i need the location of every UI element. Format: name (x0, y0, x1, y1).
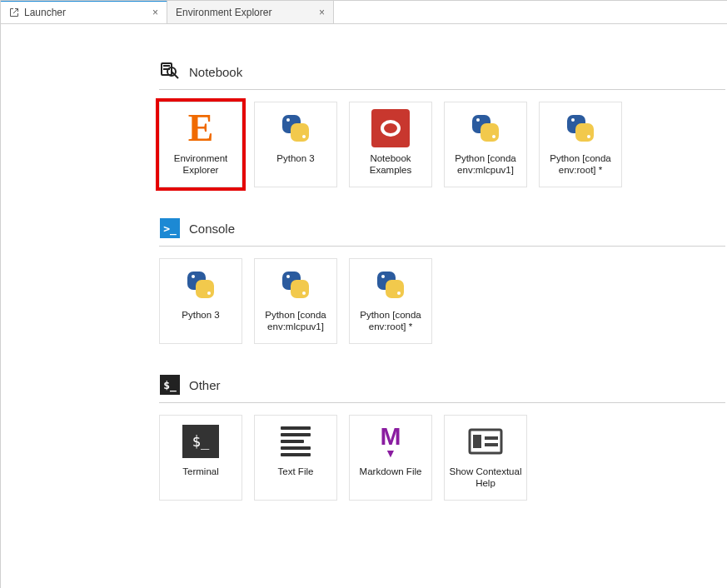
card-label: Notebook Examples (353, 152, 428, 177)
card-notebook-examples[interactable]: Notebook Examples (349, 102, 432, 187)
terminal-icon: $_ (159, 374, 181, 396)
python-icon (276, 109, 315, 147)
card-terminal[interactable]: $_ Terminal (159, 415, 242, 501)
card-label: Python [conda env:root] * (543, 152, 618, 177)
card-label: Python [conda env:root] * (353, 309, 428, 333)
card-label: Environment Explorer (163, 152, 238, 177)
tab-bar: Launcher × Environment Explorer × (1, 1, 727, 24)
tab-label: Launcher (24, 7, 147, 18)
python-icon (561, 109, 600, 147)
card-label: Markdown File (360, 466, 422, 477)
card-python3-notebook[interactable]: Python 3 (254, 102, 337, 187)
svg-rect-1 (163, 65, 170, 67)
card-python-conda-mlcpuv1-console[interactable]: Python [conda env:mlcpuv1] (254, 258, 337, 344)
svg-rect-7 (485, 443, 498, 446)
notebook-icon (159, 61, 181, 82)
section-header-console: >_ Console (159, 212, 725, 247)
card-contextual-help[interactable]: Show Contextual Help (444, 415, 527, 501)
card-python-conda-root-console[interactable]: Python [conda env:root] * (349, 258, 432, 344)
python-icon (276, 266, 315, 304)
other-grid: $_ Terminal Text File M▼ Markdown File (159, 403, 725, 501)
card-label: Python [conda env:mlcpuv1] (258, 309, 333, 333)
python-icon (466, 109, 505, 147)
svg-rect-6 (485, 436, 498, 440)
card-text-file[interactable]: Text File (254, 415, 337, 501)
textfile-icon (276, 422, 315, 461)
tab-label: Environment Explorer (176, 7, 314, 18)
card-python-conda-root-notebook[interactable]: Python [conda env:root] * (539, 102, 622, 187)
card-python-conda-mlcpuv1-notebook[interactable]: Python [conda env:mlcpuv1] (444, 102, 527, 187)
card-label: Python [conda env:mlcpuv1] (448, 152, 523, 177)
card-label: Python 3 (182, 309, 219, 321)
console-grid: Python 3 Python [conda env:mlcpuv1] Pyth… (159, 247, 725, 344)
python-icon (371, 266, 410, 304)
terminal-tile-icon: $_ (182, 422, 220, 461)
card-python3-console[interactable]: Python 3 (159, 258, 242, 344)
section-title: Other (189, 378, 221, 392)
svg-rect-5 (473, 435, 481, 448)
section-title: Console (189, 222, 235, 236)
section-header-other: $_ Other (159, 369, 725, 403)
launcher-content: Notebook E Environment Explorer Python 3… (1, 24, 727, 509)
card-markdown-file[interactable]: M▼ Markdown File (349, 415, 432, 501)
section-header-notebook: Notebook (159, 56, 725, 90)
card-environment-explorer[interactable]: E Environment Explorer (159, 102, 242, 187)
card-label: Text File (278, 466, 314, 477)
python-icon (182, 266, 220, 304)
notebook-grid: E Environment Explorer Python 3 Notebook… (159, 90, 725, 187)
orange-e-icon: E (182, 109, 220, 147)
contextual-help-icon (466, 422, 505, 461)
markdown-icon: M▼ (371, 422, 410, 461)
close-icon[interactable]: × (152, 7, 158, 17)
card-label: Terminal (182, 466, 218, 477)
card-label: Show Contextual Help (448, 466, 523, 490)
card-label: Python 3 (276, 152, 314, 164)
external-link-icon (9, 7, 19, 17)
console-icon: >_ (159, 217, 181, 239)
section-title: Notebook (189, 65, 242, 79)
close-icon[interactable]: × (319, 7, 325, 17)
red-ring-icon (371, 109, 410, 147)
tab-environment-explorer[interactable]: Environment Explorer × (167, 1, 334, 23)
tab-launcher[interactable]: Launcher × (1, 0, 167, 23)
